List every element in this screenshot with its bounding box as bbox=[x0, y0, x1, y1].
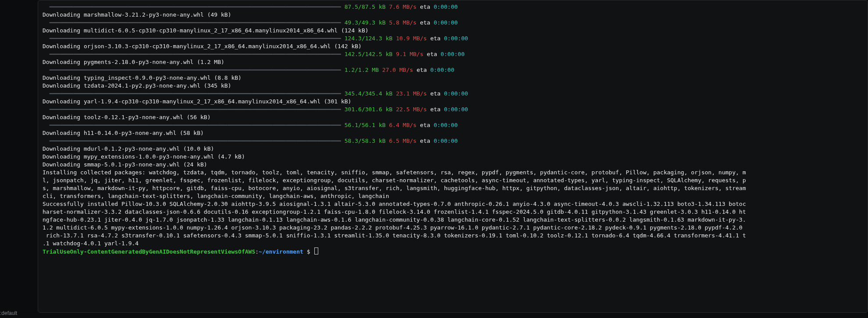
eta-value: 0:00:00 bbox=[434, 122, 458, 128]
cursor-icon bbox=[314, 247, 318, 254]
progress-line: ━━━━━━━━━━━━━━━━━━━━━━━━━━━━━━━━━━━━━━━━… bbox=[43, 66, 868, 74]
progress-bar: ━━━━━━━━━━━━━━━━━━━━━━━━━━━━━━━━━━━━━━━━… bbox=[43, 138, 345, 144]
progress-size: 345.4/345.4 kB bbox=[345, 90, 393, 97]
progress-bar: ━━━━━━━━━━━━━━━━━━━━━━━━━━━━━━━━━━━━━━━━… bbox=[43, 90, 345, 97]
progress-speed: 10.9 MB/s bbox=[396, 35, 427, 42]
download-line: Downloading h11-0.14.0-py3-none-any.whl … bbox=[43, 129, 868, 137]
bottom-left-label: :default bbox=[0, 309, 17, 317]
eta-label: eta bbox=[427, 106, 444, 113]
eta-label: eta bbox=[416, 19, 434, 26]
progress-speed: 9.1 MB/s bbox=[396, 51, 423, 57]
progress-line: ━━━━━━━━━━━━━━━━━━━━━━━━━━━━━━━━━━━━━━━━… bbox=[43, 90, 868, 98]
progress-bar: ━━━━━━━━━━━━━━━━━━━━━━━━━━━━━━━━━━━━━━━━… bbox=[43, 4, 345, 10]
download-line: Downloading mypy_extensions-1.0.0-py3-no… bbox=[43, 153, 868, 161]
download-line: Downloading smmap-5.0.1-py3-none-any.whl… bbox=[43, 161, 868, 169]
prompt-path: ~/environment bbox=[259, 248, 303, 255]
download-line: Downloading typing_inspect-0.9.0-py3-non… bbox=[43, 74, 868, 82]
eta-label: eta bbox=[416, 4, 434, 10]
progress-size: 301.6/301.6 kB bbox=[345, 106, 393, 113]
download-line: Downloading pygments-2.18.0-py3-none-any… bbox=[43, 58, 868, 66]
eta-value: 0:00:00 bbox=[434, 19, 458, 26]
progress-line: ━━━━━━━━━━━━━━━━━━━━━━━━━━━━━━━━━━━━━━━━… bbox=[43, 19, 868, 27]
eta-value: 0:00:00 bbox=[434, 4, 458, 10]
progress-bar: ━━━━━━━━━━━━━━━━━━━━━━━━━━━━━━━━━━━━━━━━… bbox=[43, 67, 345, 73]
prompt-host: TrialUseOnly-ContentGeneratedByGenAIDoes… bbox=[43, 248, 255, 255]
prompt-sep: : bbox=[255, 248, 259, 255]
progress-size: 142.5/142.5 kB bbox=[345, 51, 393, 57]
progress-line: ━━━━━━━━━━━━━━━━━━━━━━━━━━━━━━━━━━━━━━━━… bbox=[43, 137, 868, 145]
download-line: Downloading mdurl-0.1.2-py3-none-any.whl… bbox=[43, 145, 868, 153]
progress-speed: 27.0 MB/s bbox=[382, 67, 413, 73]
eta-value: 0:00:00 bbox=[441, 51, 465, 57]
progress-size: 56.1/56.1 kB bbox=[345, 122, 386, 128]
progress-size: 49.3/49.3 kB bbox=[345, 19, 386, 26]
progress-speed: 7.6 MB/s bbox=[389, 4, 417, 10]
progress-speed: 5.8 MB/s bbox=[389, 19, 417, 26]
eta-value: 0:00:00 bbox=[430, 67, 454, 73]
progress-bar: ━━━━━━━━━━━━━━━━━━━━━━━━━━━━━━━━━━━━━━━━… bbox=[43, 106, 345, 113]
installing-line: l, jsonpatch, jq, jiter, h11, greenlet, … bbox=[43, 177, 868, 184]
download-line: Downloading tzdata-2024.1-py2.py3-none-a… bbox=[43, 82, 868, 90]
success-line: harset-normalizer-3.3.2 dataclasses-json… bbox=[43, 208, 868, 216]
success-line: Successfully installed Pillow-10.3.0 SQL… bbox=[43, 200, 868, 208]
success-line: 1.2 multidict-6.0.5 mypy-extensions-1.0.… bbox=[43, 224, 868, 232]
progress-speed: 6.5 MB/s bbox=[389, 138, 417, 144]
progress-line: ━━━━━━━━━━━━━━━━━━━━━━━━━━━━━━━━━━━━━━━━… bbox=[43, 50, 868, 58]
progress-speed: 23.1 MB/s bbox=[396, 90, 427, 97]
download-line: Downloading yarl-1.9.4-cp310-cp310-manyl… bbox=[43, 98, 868, 106]
progress-size: 124.3/124.3 kB bbox=[345, 35, 393, 42]
progress-size: 58.3/58.3 kB bbox=[345, 138, 386, 144]
download-line: Downloading marshmallow-3.21.2-py3-none-… bbox=[43, 11, 868, 19]
installing-line: s, marshmallow, markdown-it-py, httpcore… bbox=[43, 184, 868, 192]
progress-size: 1.2/1.2 MB bbox=[345, 67, 379, 73]
terminal-output[interactable]: ━━━━━━━━━━━━━━━━━━━━━━━━━━━━━━━━━━━━━━━━… bbox=[38, 3, 868, 256]
progress-speed: 6.4 MB/s bbox=[389, 122, 417, 128]
prompt-line[interactable]: TrialUseOnly-ContentGeneratedByGenAIDoes… bbox=[43, 247, 868, 256]
progress-size: 87.5/87.5 kB bbox=[345, 4, 386, 10]
eta-value: 0:00:00 bbox=[444, 90, 468, 97]
eta-label: eta bbox=[416, 138, 434, 144]
eta-label: eta bbox=[427, 35, 444, 42]
progress-line: ━━━━━━━━━━━━━━━━━━━━━━━━━━━━━━━━━━━━━━━━… bbox=[43, 106, 868, 113]
installing-line: Installing collected packages: watchdog,… bbox=[43, 169, 868, 177]
download-line: Downloading orjson-3.10.3-cp310-cp310-ma… bbox=[43, 42, 868, 50]
progress-line: ━━━━━━━━━━━━━━━━━━━━━━━━━━━━━━━━━━━━━━━━… bbox=[43, 3, 868, 11]
installing-line: cli, transformers, langchain-text-splitt… bbox=[43, 192, 868, 200]
progress-bar: ━━━━━━━━━━━━━━━━━━━━━━━━━━━━━━━━━━━━━━━━… bbox=[43, 35, 345, 42]
eta-value: 0:00:00 bbox=[444, 106, 468, 113]
progress-bar: ━━━━━━━━━━━━━━━━━━━━━━━━━━━━━━━━━━━━━━━━… bbox=[43, 51, 345, 57]
eta-value: 0:00:00 bbox=[434, 138, 458, 144]
download-line: Downloading multidict-6.0.5-cp310-cp310-… bbox=[43, 27, 868, 35]
success-line: rich-13.7.1 rsa-4.7.2 s3transfer-0.10.1 … bbox=[43, 232, 868, 240]
eta-label: eta bbox=[423, 51, 441, 57]
eta-label: eta bbox=[416, 122, 434, 128]
progress-speed: 22.5 MB/s bbox=[396, 106, 427, 113]
progress-bar: ━━━━━━━━━━━━━━━━━━━━━━━━━━━━━━━━━━━━━━━━… bbox=[43, 122, 345, 128]
eta-label: eta bbox=[427, 90, 444, 97]
success-line: .1 watchdog-4.0.1 yarl-1.9.4 bbox=[43, 240, 868, 247]
prompt-sym: $ bbox=[303, 248, 313, 255]
eta-label: eta bbox=[413, 67, 430, 73]
success-line: ngface-hub-0.23.1 jiter-0.4.0 jq-1.7.0 j… bbox=[43, 216, 868, 224]
terminal-panel[interactable]: ━━━━━━━━━━━━━━━━━━━━━━━━━━━━━━━━━━━━━━━━… bbox=[38, 0, 868, 313]
progress-bar: ━━━━━━━━━━━━━━━━━━━━━━━━━━━━━━━━━━━━━━━━… bbox=[43, 19, 345, 26]
eta-value: 0:00:00 bbox=[444, 35, 468, 42]
download-line: Downloading toolz-0.12.1-py3-none-any.wh… bbox=[43, 113, 868, 121]
progress-line: ━━━━━━━━━━━━━━━━━━━━━━━━━━━━━━━━━━━━━━━━… bbox=[43, 35, 868, 42]
progress-line: ━━━━━━━━━━━━━━━━━━━━━━━━━━━━━━━━━━━━━━━━… bbox=[43, 121, 868, 129]
